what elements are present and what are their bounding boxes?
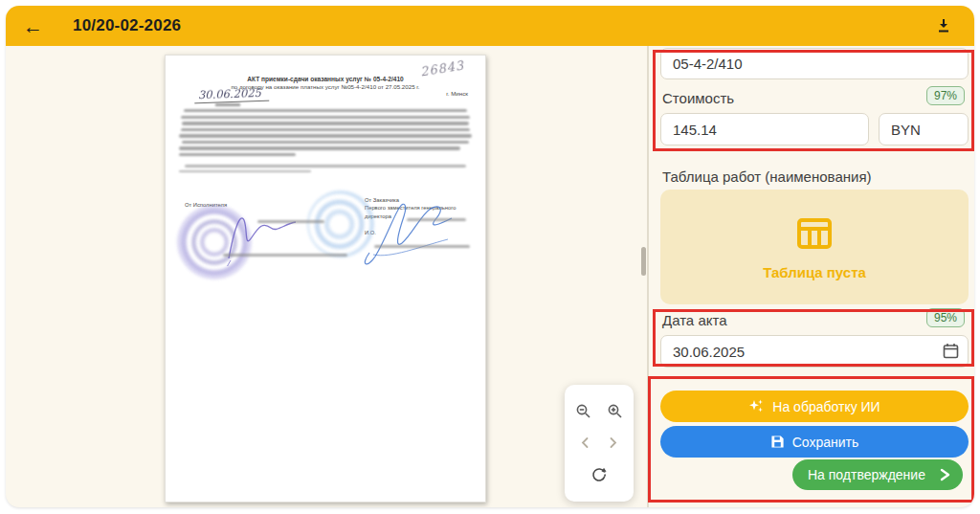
app-card: ← 10/20-02-2026 26843 АКТ приемки-сдачи … <box>6 6 974 507</box>
works-table-empty-state[interactable]: Таблица пуста <box>660 190 969 304</box>
viewer-toolbar <box>565 385 634 502</box>
document-city: г. Минск <box>446 90 468 97</box>
cost-label: Стоимость <box>662 90 734 106</box>
calendar-icon[interactable] <box>943 343 959 363</box>
ai-process-button-label: На обработку ИИ <box>772 399 880 414</box>
zoom-in-icon[interactable] <box>607 403 623 419</box>
redacted-name-line <box>407 218 466 221</box>
rotate-icon[interactable] <box>590 466 608 483</box>
save-icon <box>770 435 785 449</box>
header-bar: ← 10/20-02-2026 <box>6 6 974 46</box>
confirm-button[interactable]: На подтверждение <box>792 459 963 490</box>
table-icon <box>795 214 834 253</box>
prev-page-icon[interactable] <box>579 436 591 449</box>
zoom-out-icon[interactable] <box>575 403 591 419</box>
save-button[interactable]: Сохранить <box>660 426 969 458</box>
right-signature <box>352 197 467 269</box>
currency-input[interactable] <box>879 113 969 145</box>
save-button-label: Сохранить <box>792 435 859 450</box>
act-date-field <box>660 335 969 368</box>
works-table-label: Таблица работ (наименования) <box>662 168 872 185</box>
redacted-name-line <box>257 220 324 223</box>
back-arrow-icon[interactable]: ← <box>23 16 48 36</box>
act-date-confidence-badge: 95% <box>926 308 965 327</box>
table-empty-text: Таблица пуста <box>763 264 866 280</box>
redacted-paragraph <box>179 109 472 176</box>
confirm-button-label: На подтверждение <box>808 467 925 482</box>
cost-input[interactable] <box>660 113 869 145</box>
sparkles-icon <box>748 398 765 414</box>
document-page: 26843 АКТ приемки-сдачи оказанных услуг … <box>166 56 485 502</box>
doc-number-input[interactable] <box>660 48 969 79</box>
redacted-name-line <box>223 254 347 257</box>
split-drag-handle[interactable] <box>641 247 646 276</box>
handwritten-date: 30.06.2025 <box>194 86 269 104</box>
download-icon[interactable] <box>930 12 957 39</box>
document-title-line1: АКТ приемки-сдачи оказанных услуг № 05-4… <box>166 76 485 82</box>
act-date-input[interactable] <box>660 335 969 368</box>
act-date-label: Дата акта <box>662 312 727 328</box>
document-preview[interactable]: 26843 АКТ приемки-сдачи оказанных услуг … <box>165 55 486 503</box>
date-caption-redacted <box>215 103 240 106</box>
fields-panel: Стоимость 97% Таблица работ (наименовани… <box>653 46 974 507</box>
chevron-right-icon <box>938 468 951 481</box>
page-title: 10/20-02-2026 <box>73 16 181 35</box>
cost-confidence-badge: 97% <box>926 86 965 105</box>
next-page-icon[interactable] <box>607 436 619 449</box>
split-divider <box>647 46 649 507</box>
ai-process-button[interactable]: На обработку ИИ <box>660 391 969 422</box>
redacted-name-line <box>374 245 470 248</box>
